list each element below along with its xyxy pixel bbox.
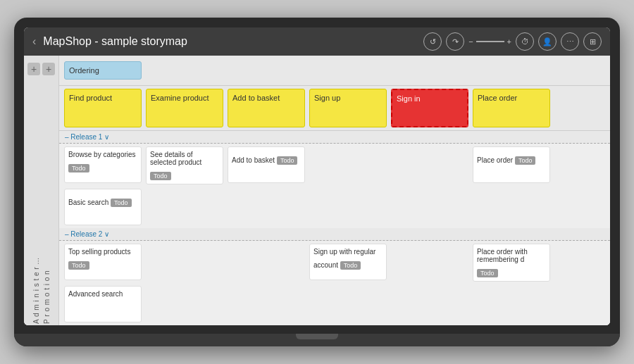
story-place-order[interactable]: Place order — [473, 89, 550, 127]
storymap-grid: Ordering Find product Examine product Ad… — [59, 56, 610, 325]
stories-row: Find product Examine product Add to bask… — [59, 86, 610, 131]
expand-icon[interactable]: ⊞ — [583, 32, 602, 51]
tasks-col-place-order: Place order Todo — [471, 144, 552, 186]
app-header: ‹ MapShop - sample storymap ↺ ↷ − + ⏱ 👤 … — [24, 27, 610, 56]
task-advanced-search[interactable]: Advanced search — [64, 286, 142, 322]
todo-add-basket: Todo — [277, 156, 298, 165]
task-advanced-search-label: Advanced search — [68, 290, 123, 298]
task-see-details[interactable]: See details of selected product Todo — [146, 146, 223, 184]
epics-row: Ordering — [59, 56, 610, 86]
back-button[interactable]: ‹ — [32, 35, 36, 48]
task-browse-categories[interactable]: Browse by categories Todo — [64, 146, 142, 183]
app-body: + + A d m i n i s t e r ... P r o m o t … — [24, 56, 610, 325]
zoom-in-icon[interactable]: + — [507, 37, 511, 46]
todo-signup-regular: Todo — [340, 261, 361, 270]
task-top-selling-label: Top selling products — [68, 248, 130, 256]
add-col-button[interactable]: + — [42, 63, 55, 75]
todo-place-order-remember: Todo — [477, 269, 498, 277]
task-signup-regular[interactable]: Sign up with regular account Todo — [309, 244, 387, 280]
laptop-base — [14, 334, 620, 346]
zoom-slider — [476, 41, 504, 42]
release1-row: – Release 1 ∨ — [59, 131, 610, 143]
todo-see-details: Todo — [150, 172, 171, 180]
todo-basic-search: Todo — [111, 199, 132, 207]
redo-icon[interactable]: ↷ — [446, 32, 464, 51]
task-basic-search-label: Basic search — [68, 199, 108, 206]
task-add-basket-label: Add to basket — [232, 156, 275, 164]
undo-icon[interactable]: ↺ — [423, 32, 442, 51]
task-place-order-remember-label: Place order with remembering d — [477, 248, 528, 263]
story-find-product[interactable]: Find product — [64, 89, 142, 127]
add-row-button[interactable]: + — [27, 63, 40, 75]
todo-place-order: Todo — [515, 156, 536, 165]
story-sign-in[interactable]: Sign in — [391, 89, 468, 127]
tasks-r2-col-find: Top selling products Todo Advanced searc… — [62, 241, 144, 325]
laptop-notch — [296, 334, 338, 339]
tasks-release2: Top selling products Todo Advanced searc… — [59, 241, 610, 325]
todo-top-selling: Todo — [68, 261, 89, 270]
zoom-out-icon[interactable]: − — [468, 37, 473, 46]
tasks-r2-col-place-order: Place order with remembering d Todo — [471, 241, 552, 284]
tasks-col-find: Browse by categories Todo Basic search T… — [62, 144, 144, 228]
tasks-release1: Browse by categories Todo Basic search T… — [59, 144, 610, 228]
tasks-r2-col-signup: Sign up with regular account Todo — [307, 241, 389, 283]
timer-icon[interactable]: ⏱ — [516, 32, 534, 51]
task-basic-search[interactable]: Basic search Todo — [64, 189, 142, 225]
grid-container: Ordering Find product Examine product Ad… — [59, 56, 610, 325]
more-icon[interactable]: ⋯ — [561, 32, 579, 51]
story-examine-product[interactable]: Examine product — [146, 89, 223, 127]
sidebar-add-row: + + — [25, 60, 58, 77]
task-add-basket[interactable]: Add to basket Todo — [228, 146, 305, 183]
user-icon[interactable]: 👤 — [538, 32, 557, 51]
story-sign-up[interactable]: Sign up — [309, 89, 387, 127]
release2-label[interactable]: – Release 2 ∨ — [62, 229, 607, 239]
task-see-details-label: See details of selected product — [150, 151, 201, 166]
task-place-order[interactable]: Place order Todo — [473, 146, 550, 183]
task-browse-label: Browse by categories — [68, 151, 136, 158]
tasks-col-examine: See details of selected product Todo — [144, 144, 225, 187]
sidebar-label-admin: A d m i n i s t e r ... — [32, 81, 41, 324]
epic-ordering[interactable]: Ordering — [64, 61, 142, 80]
header-toolbar: ↺ ↷ − + ⏱ 👤 ⋯ ⊞ — [423, 32, 602, 51]
tasks-col-basket: Add to basket Todo — [225, 144, 307, 186]
sidebar-label-promo: P r o m o t i o n — [42, 81, 51, 324]
zoom-control[interactable]: − + — [468, 32, 511, 51]
page-title: MapShop - sample storymap — [43, 35, 423, 48]
left-sidebar: + + A d m i n i s t e r ... P r o m o t … — [24, 56, 59, 325]
laptop-frame: ‹ MapShop - sample storymap ↺ ↷ − + ⏱ 👤 … — [14, 18, 620, 346]
task-place-order-label: Place order — [477, 156, 513, 164]
todo-browse: Todo — [68, 164, 89, 172]
release1-label[interactable]: – Release 1 ∨ — [62, 132, 607, 142]
screen: ‹ MapShop - sample storymap ↺ ↷ − + ⏱ 👤 … — [24, 27, 610, 325]
story-add-to-basket[interactable]: Add to basket — [228, 89, 305, 127]
task-place-order-remember[interactable]: Place order with remembering d Todo — [473, 244, 550, 282]
task-top-selling[interactable]: Top selling products Todo — [64, 244, 142, 280]
release2-row: – Release 2 ∨ — [59, 228, 610, 240]
